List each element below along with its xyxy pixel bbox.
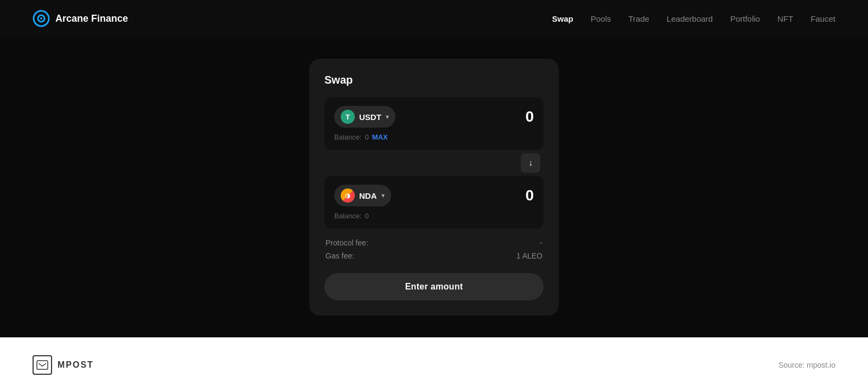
footer-logo-text: MPOST <box>58 360 94 370</box>
to-token-selector[interactable]: ◑ NDA ▾ <box>334 185 391 206</box>
to-token-symbol: NDA <box>359 191 377 200</box>
enter-amount-button[interactable]: Enter amount <box>324 273 544 300</box>
arcane-logo-icon <box>33 10 50 27</box>
nav-faucet[interactable]: Faucet <box>810 14 835 23</box>
to-token-amount: 0 <box>525 187 534 204</box>
app-title: Arcane Finance <box>55 13 128 24</box>
mpost-icon-svg <box>36 360 48 370</box>
svg-rect-3 <box>37 361 48 369</box>
usdt-icon-letter: T <box>346 113 350 121</box>
nav-swap[interactable]: Swap <box>552 14 573 23</box>
from-balance-value: 0 <box>365 133 369 141</box>
to-token-chevron-icon: ▾ <box>381 192 385 199</box>
footer-logo: MPOST <box>33 355 94 375</box>
nav-links: Swap Pools Trade Leaderboard Portfolio N… <box>552 14 836 23</box>
navbar: Arcane Finance Swap Pools Trade Leaderbo… <box>0 0 868 37</box>
gas-fee-label: Gas fee: <box>326 251 354 260</box>
nda-icon-letter: ◑ <box>345 192 350 199</box>
app-area: Arcane Finance Swap Pools Trade Leaderbo… <box>0 0 868 337</box>
svg-point-2 <box>40 17 42 20</box>
mpost-logo-icon <box>33 355 52 375</box>
from-token-chevron-icon: ▾ <box>386 113 389 121</box>
gas-fee-value: 1 ALEO <box>516 251 542 260</box>
max-button[interactable]: MAX <box>372 133 388 141</box>
gas-fee-row: Gas fee: 1 ALEO <box>326 251 542 260</box>
from-token-box: T USDT ▾ 0 Balance: 0 MAX <box>324 97 544 150</box>
nav-leaderboard[interactable]: Leaderboard <box>667 14 713 23</box>
nav-nft[interactable]: NFT <box>777 14 793 23</box>
nav-trade[interactable]: Trade <box>628 14 649 23</box>
swap-direction-button[interactable]: ↓ <box>521 153 540 173</box>
from-token-row: T USDT ▾ 0 <box>334 106 534 128</box>
app-wrapper: Arcane Finance Swap Pools Trade Leaderbo… <box>0 0 868 384</box>
protocol-fee-row: Protocol fee: - <box>326 238 542 247</box>
main-content: Swap T USDT ▾ 0 Balance: <box>0 37 868 337</box>
from-token-amount[interactable]: 0 <box>525 108 534 125</box>
protocol-fee-label: Protocol fee: <box>326 238 368 247</box>
to-token-row: ◑ NDA ▾ 0 <box>334 185 534 206</box>
from-token-symbol: USDT <box>359 112 381 122</box>
from-balance-row: Balance: 0 MAX <box>334 133 534 141</box>
protocol-fee-value: - <box>540 238 542 247</box>
nav-portfolio[interactable]: Portfolio <box>730 14 760 23</box>
footer-source: Source: mpost.io <box>778 361 835 369</box>
to-balance-label: Balance: <box>334 212 362 220</box>
footer: MPOST Source: mpost.io <box>0 337 868 384</box>
to-balance-value: 0 <box>365 212 369 220</box>
from-token-selector[interactable]: T USDT ▾ <box>334 106 395 128</box>
logo-area: Arcane Finance <box>33 10 128 27</box>
swap-title: Swap <box>324 74 544 86</box>
swap-card: Swap T USDT ▾ 0 Balance: <box>309 59 559 316</box>
from-balance-label: Balance: <box>334 133 362 141</box>
nda-icon: ◑ <box>341 188 355 203</box>
swap-arrow-wrapper: ↓ <box>324 153 544 173</box>
to-balance-row: Balance: 0 <box>334 212 534 220</box>
swap-arrow-icon: ↓ <box>528 158 533 168</box>
fee-section: Protocol fee: - Gas fee: 1 ALEO <box>324 238 544 260</box>
usdt-icon: T <box>341 110 355 124</box>
nav-pools[interactable]: Pools <box>591 14 611 23</box>
to-token-box: ◑ NDA ▾ 0 Balance: 0 <box>324 176 544 229</box>
